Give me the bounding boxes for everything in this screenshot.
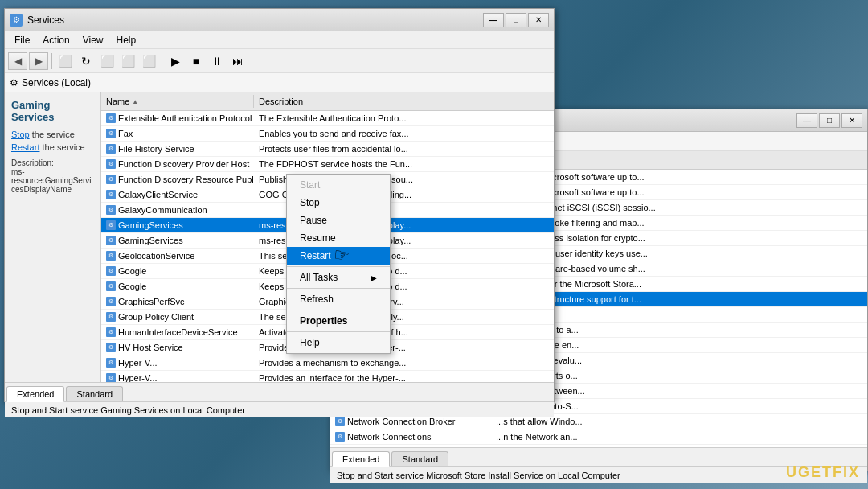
table-row[interactable]: ⚙ Extensible Authentication Protocol The…: [101, 111, 554, 126]
window1-content: Gaming Services Stop the service Restart…: [5, 92, 554, 382]
toolbar-btn-1[interactable]: ⬜: [55, 52, 75, 70]
service-icon: ⚙: [106, 159, 116, 169]
service-icon: ⚙: [335, 417, 345, 426]
toolbar-btn-pause[interactable]: ⏸: [207, 52, 227, 70]
col-header-name-1[interactable]: Name ▲: [101, 95, 254, 108]
tab-bar-1: Extended Standard: [5, 382, 554, 401]
toolbar-btn-play[interactable]: ▶: [166, 52, 185, 70]
cell-name: ⚙ Network Connectivity Assistant: [330, 446, 491, 447]
table-row[interactable]: ⚙ Function Discovery Provider Host The F…: [101, 157, 554, 172]
panel-title-1: Gaming Services: [11, 99, 94, 123]
service-icon: ⚙: [106, 373, 116, 382]
cell-name: ⚙ GalaxyCommunication: [101, 204, 254, 216]
table-row[interactable]: ⚙ Fax Enables you to send and receive fa…: [101, 126, 554, 142]
ctx-sep3-1: [287, 310, 390, 310]
forward-btn[interactable]: ▶: [29, 52, 48, 70]
close-btn-1[interactable]: ✕: [528, 13, 549, 27]
table-row[interactable]: ⚙ Hyper-V... Provides a mechanism to exc…: [101, 355, 554, 371]
toolbar-btn-restart[interactable]: ⏭: [228, 52, 248, 70]
ctx-start-1[interactable]: Start: [287, 176, 390, 194]
ctx-refresh-1[interactable]: Refresh: [287, 290, 390, 308]
toolbar-1: ◀ ▶ ⬜ ↻ ⬜ ⬜ ⬜ ▶ ■ ⏸ ⏭: [5, 49, 554, 73]
panel-desc: Description: ms-resource:GamingServicesD…: [11, 158, 94, 194]
left-panel-1: Gaming Services Stop the service Restart…: [5, 92, 101, 382]
service-icon: ⚙: [106, 266, 116, 276]
table-row[interactable]: ⚙ Hyper-V... Provides an interface for t…: [101, 371, 554, 382]
service-icon: ⚙: [106, 327, 116, 337]
cell-name: ⚙ File History Service: [101, 143, 254, 154]
service-icon: ⚙: [335, 432, 345, 442]
menu-bar-1: File Action View Help: [5, 31, 554, 49]
window1-controls: ─ □ ✕: [483, 13, 549, 27]
panel-stop-suffix: the service: [32, 129, 75, 139]
status-text-1: Stop and Start service Gaming Services o…: [11, 405, 245, 415]
toolbar-btn-stop[interactable]: ■: [186, 52, 206, 70]
cell-name: ⚙ Network Connection Broker: [330, 416, 491, 427]
services-icon-1: ⚙: [10, 14, 23, 27]
minimize-btn-2[interactable]: ─: [796, 113, 817, 128]
panel-stop-link[interactable]: Stop: [11, 129, 30, 139]
cell-desc: Provides a mechanism to exchange...: [254, 357, 495, 368]
cell-name: ⚙ GamingServices: [101, 220, 254, 231]
col-desc-label-1: Description: [259, 97, 303, 106]
col-name-label-1: Name: [106, 97, 129, 106]
ctx-stop-1[interactable]: Stop: [287, 194, 390, 212]
close-btn-2[interactable]: ✕: [841, 113, 862, 128]
tab-standard-2[interactable]: Standard: [391, 451, 448, 466]
maximize-btn-2[interactable]: □: [819, 113, 840, 128]
table-row[interactable]: ⚙ Network Connections ...n the Network a…: [330, 429, 867, 445]
panel-restart-link[interactable]: Restart: [11, 142, 39, 152]
back-btn[interactable]: ◀: [8, 52, 27, 70]
cell-name: ⚙ Hyper-V...: [101, 357, 254, 368]
toolbar-sep-1: [51, 53, 52, 69]
minimize-btn-1[interactable]: ─: [483, 13, 504, 27]
cell-desc: The FDPHOST service hosts the Fun...: [254, 158, 495, 170]
ctx-restart-1[interactable]: Restart: [287, 247, 390, 265]
toolbar-btn-5[interactable]: ⬜: [139, 52, 158, 70]
status-bar-1: Stop and Start service Gaming Services o…: [5, 401, 554, 417]
menu-file[interactable]: File: [8, 33, 36, 47]
panel-desc-label: Description:: [11, 158, 94, 167]
cell-desc: ...s that allow Windo...: [491, 416, 732, 427]
cell-name: ⚙ Google: [101, 281, 254, 292]
toolbar-btn-4[interactable]: ⬜: [118, 52, 137, 70]
toolbar-sep-2: [162, 53, 162, 69]
ctx-help-1[interactable]: Help: [287, 334, 390, 351]
tab-extended-2[interactable]: Extended: [332, 451, 390, 467]
service-icon: ⚙: [106, 236, 116, 245]
address-icon-1: ⚙: [10, 77, 18, 88]
nav-arrows: ◀ ▶: [8, 52, 48, 70]
cell-name: ⚙ Function Discovery Resource Publicatio…: [101, 174, 254, 185]
panel-desc-text: ms-resource:GamingServicesDisplayName: [11, 167, 94, 194]
cell-name: ⚙ HumanInterfaceDeviceService: [101, 327, 254, 338]
window2-controls: ─ □ ✕: [796, 113, 862, 128]
service-icon: ⚙: [106, 129, 116, 138]
ctx-sep1-1: [287, 266, 390, 267]
panel-restart-text: Restart the service: [11, 142, 94, 152]
tab-standard-1[interactable]: Standard: [66, 386, 123, 401]
cell-name: ⚙ Network Connections: [330, 431, 491, 442]
tab-extended-1[interactable]: Extended: [6, 386, 64, 402]
table-row[interactable]: ⚙ File History Service Protects user fil…: [101, 142, 554, 157]
cell-name: ⚙ Google: [101, 265, 254, 277]
cell-name: ⚙ GamingServices: [101, 235, 254, 246]
address-text-1: Services (Local): [22, 77, 91, 88]
ctx-pause-1[interactable]: Pause: [287, 212, 390, 229]
ctx-properties-1[interactable]: Properties: [287, 312, 390, 330]
table-row[interactable]: ⚙ Network Connectivity Assistant ...cess…: [330, 445, 867, 447]
menu-help[interactable]: Help: [110, 33, 143, 47]
toolbar-btn-2[interactable]: ↻: [76, 52, 96, 70]
maximize-btn-1[interactable]: □: [506, 13, 526, 27]
service-icon: ⚙: [106, 297, 116, 306]
toolbar-btn-3[interactable]: ⬜: [97, 52, 117, 70]
title-bar-1: ⚙ Services ─ □ ✕: [5, 9, 554, 31]
ctx-alltasks-1[interactable]: All Tasks ▶: [287, 269, 390, 286]
context-menu-1: Start Stop Pause Resume Restart All Task…: [286, 174, 391, 354]
col-header-desc-1[interactable]: Description: [254, 95, 495, 108]
menu-action[interactable]: Action: [36, 33, 76, 47]
cell-desc: Provides an interface for the Hyper-...: [254, 372, 495, 382]
menu-view[interactable]: View: [76, 33, 110, 47]
service-icon: ⚙: [106, 251, 116, 261]
ctx-resume-1[interactable]: Resume: [287, 229, 390, 247]
service-icon: ⚙: [106, 175, 116, 184]
